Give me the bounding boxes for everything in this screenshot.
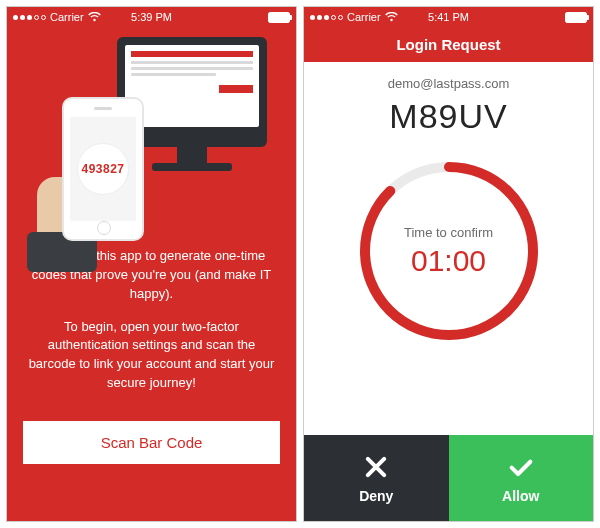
- intro-paragraph-2: To begin, open your two-factor authentic…: [27, 318, 276, 393]
- carrier-label: Carrier: [50, 11, 84, 23]
- account-email: demo@lastpass.com: [388, 76, 510, 91]
- close-icon: [362, 453, 390, 484]
- phone-icon: 493827: [62, 97, 144, 241]
- otp-code-badge: 493827: [77, 143, 129, 195]
- scan-barcode-button[interactable]: Scan Bar Code: [23, 421, 280, 464]
- login-request-screen: Carrier 5:41 PM Login Request demo@lastp…: [303, 6, 594, 522]
- status-bar: Carrier 5:39 PM: [7, 7, 296, 27]
- timer-value: 01:00: [411, 244, 486, 278]
- allow-label: Allow: [502, 488, 539, 504]
- check-icon: [507, 453, 535, 484]
- wifi-icon: [385, 12, 398, 22]
- wifi-icon: [88, 12, 101, 22]
- onboarding-screen: Carrier 5:39 PM: [6, 6, 297, 522]
- page-title: Login Request: [304, 27, 593, 62]
- deny-button[interactable]: Deny: [304, 435, 449, 521]
- deny-label: Deny: [359, 488, 393, 504]
- hero-illustration: 493827: [7, 27, 296, 247]
- allow-button[interactable]: Allow: [449, 435, 594, 521]
- carrier-label: Carrier: [347, 11, 381, 23]
- timer-label: Time to confirm: [404, 225, 493, 240]
- countdown-timer: Time to confirm 01:00: [354, 156, 544, 346]
- signal-icon: [13, 15, 46, 20]
- status-bar: Carrier 5:41 PM: [304, 7, 593, 27]
- battery-icon: [565, 12, 587, 23]
- verification-code: M89UV: [389, 97, 507, 136]
- signal-icon: [310, 15, 343, 20]
- battery-icon: [268, 12, 290, 23]
